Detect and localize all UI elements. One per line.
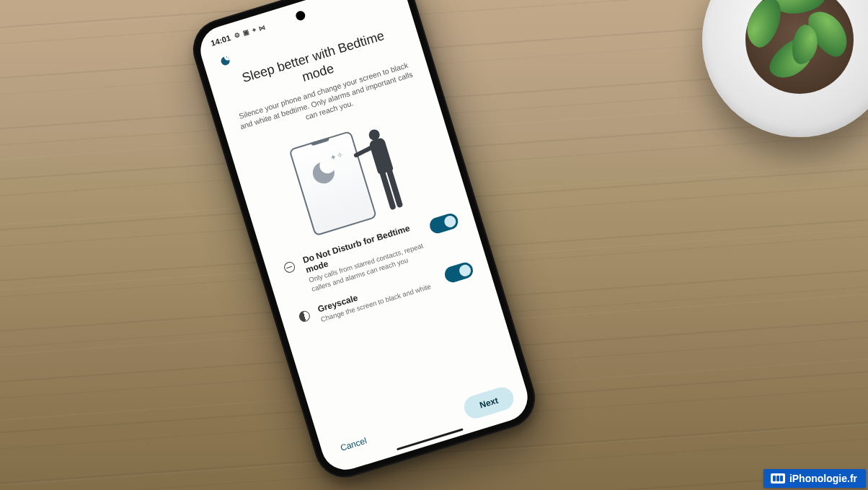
status-time: 14:01 [210, 33, 231, 48]
svg-point-1 [228, 58, 229, 58]
toggle-greyscale[interactable] [443, 261, 475, 284]
phone-screen: 14:01 ⚙ ▣ ⌖ ⋈ ✦ Sleep better [195, 0, 533, 476]
watermark-text: iPhonologie.fr [789, 473, 857, 484]
watermark: iPhonologie.fr [763, 469, 866, 488]
svg-point-0 [226, 56, 228, 58]
phone-frame: 14:01 ⚙ ▣ ⌖ ⋈ ✦ Sleep better [185, 0, 542, 485]
next-button[interactable]: Next [461, 385, 516, 421]
cancel-button[interactable]: Cancel [333, 429, 373, 460]
watermark-logo-icon [771, 473, 785, 484]
dnd-icon [281, 259, 297, 275]
contrast-icon [296, 309, 312, 325]
plant-pot [702, 0, 868, 137]
toggle-dnd[interactable] [428, 211, 460, 235]
